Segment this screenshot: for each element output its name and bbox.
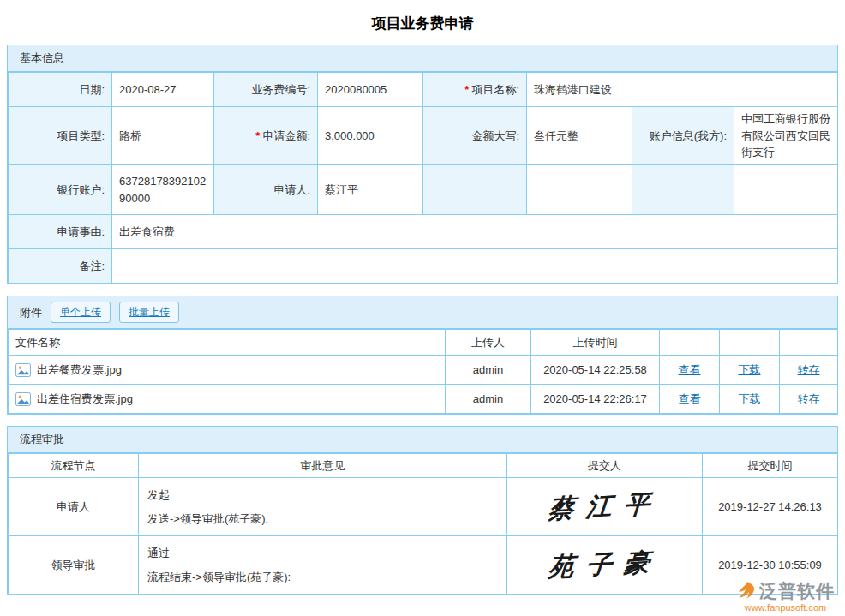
transfer-link[interactable]: 转存: [798, 392, 820, 405]
image-file-icon: [15, 363, 31, 377]
view-link[interactable]: 查看: [679, 363, 701, 376]
attachment-filename: 出差住宿费发票.jpg: [37, 392, 133, 407]
basic-info-section: 基本信息 日期: 2020-08-27 业务费编号: 2020080005 *项…: [7, 45, 838, 284]
amount-caps-label: 金额大写:: [423, 107, 527, 165]
approval-opinion: 发起 发送->领导审批(苑子豪):: [139, 478, 507, 536]
approval-node: 申请人: [9, 478, 139, 536]
transfer-link[interactable]: 转存: [798, 363, 820, 376]
col-header-opinion: 审批意见: [139, 454, 507, 478]
basic-info-table: 日期: 2020-08-27 业务费编号: 2020080005 *项目名称: …: [8, 72, 838, 284]
download-link[interactable]: 下载: [739, 392, 761, 405]
col-header-upload-time: 上传时间: [531, 330, 660, 356]
basic-info-title: 基本信息: [20, 51, 64, 66]
col-header-filename: 文件名称: [9, 330, 446, 356]
project-name-label: *项目名称:: [423, 73, 527, 107]
bank-account-value: 6372817839210290000: [112, 165, 214, 215]
approval-table: 流程节点 审批意见 提交人 提交时间 申请人 发起 发送->领导审批(苑子豪):…: [8, 453, 838, 595]
download-link[interactable]: 下载: [739, 363, 761, 376]
account-info-value: 中国工商银行股份有限公司西安回民街支行: [734, 107, 838, 165]
remark-label: 备注:: [9, 249, 112, 284]
signature-image: 蔡江平: [547, 486, 662, 527]
batch-upload-button[interactable]: 批量上传: [119, 302, 179, 323]
required-mark: *: [464, 83, 469, 96]
attachments-title: 附件: [20, 305, 42, 320]
applicant-value: 蔡江平: [318, 165, 423, 215]
project-name-value: 珠海鹤港口建设: [527, 73, 838, 107]
single-upload-button[interactable]: 单个上传: [51, 302, 111, 323]
fee-no-label: 业务费编号:: [214, 73, 318, 107]
col-header-submitter: 提交人: [507, 454, 703, 478]
approval-opinion: 通过 流程结束->领导审批(苑子豪):: [139, 536, 507, 595]
attachment-uploader: admin: [446, 356, 531, 385]
required-mark: *: [255, 129, 260, 142]
approval-submit-time: 2019-12-27 14:26:13: [703, 478, 838, 536]
empty-value-cell: [734, 165, 838, 215]
approval-row: 领导审批 通过 流程结束->领导审批(苑子豪): 苑子豪 2019-12-30 …: [9, 536, 838, 595]
attachment-row: 出差餐费发票.jpg admin 2020-05-14 22:25:58 查看 …: [9, 356, 838, 385]
project-type-value: 路桥: [112, 107, 214, 165]
attachment-upload-time: 2020-05-14 22:25:58: [531, 356, 660, 385]
empty-label-cell: [632, 165, 734, 215]
attachment-filename: 出差餐费发票.jpg: [37, 362, 122, 378]
date-value: 2020-08-27: [112, 73, 214, 107]
apply-amount-label: *申请金额:: [214, 107, 318, 165]
attachments-section: 附件 单个上传 批量上传 文件名称 上传人 上传时间 出差餐费发票.jpg ad…: [7, 296, 838, 415]
approval-title: 流程审批: [20, 432, 64, 447]
image-file-icon: [15, 392, 31, 406]
apply-amount-value: 3,000.000: [318, 107, 423, 165]
approval-row: 申请人 发起 发送->领导审批(苑子豪): 蔡江平 2019-12-27 14:…: [9, 478, 838, 536]
fanpu-logo-icon: [736, 581, 757, 601]
project-type-label: 项目类型:: [9, 107, 112, 165]
empty-value-cell: [527, 165, 632, 215]
col-header-submit-time: 提交时间: [703, 454, 838, 478]
signature-image: 苑子豪: [547, 544, 662, 585]
date-label: 日期:: [9, 73, 112, 107]
attachments-table: 文件名称 上传人 上传时间 出差餐费发票.jpg admin 2020-05-1…: [8, 329, 838, 414]
watermark-brand: 泛普软件: [759, 579, 835, 603]
view-link[interactable]: 查看: [679, 392, 701, 405]
col-header-action: [660, 330, 720, 356]
reason-value: 出差食宿费: [112, 215, 838, 249]
watermark-url: www.fanpusoft.com: [736, 602, 835, 613]
remark-value: [112, 249, 838, 284]
amount-caps-value: 叁仟元整: [527, 107, 632, 165]
approval-node: 领导审批: [9, 536, 139, 595]
col-header-uploader: 上传人: [446, 330, 531, 356]
attachment-row: 出差住宿费发票.jpg admin 2020-05-14 22:26:17 查看…: [9, 385, 838, 414]
bank-account-label: 银行账户:: [9, 165, 112, 215]
account-info-label: 账户信息(我方):: [632, 107, 734, 165]
applicant-label: 申请人:: [214, 165, 318, 215]
attachment-upload-time: 2020-05-14 22:26:17: [531, 385, 660, 414]
approval-section: 流程审批 流程节点 审批意见 提交人 提交时间 申请人 发起 发送->领导审批(…: [7, 426, 838, 595]
fee-no-value: 2020080005: [318, 73, 423, 107]
empty-label-cell: [423, 165, 527, 215]
page-title: 项目业务费申请: [0, 0, 845, 45]
attachment-uploader: admin: [446, 385, 531, 414]
col-header-action: [780, 330, 838, 356]
col-header-node: 流程节点: [9, 454, 139, 478]
reason-label: 申请事由:: [9, 215, 112, 249]
col-header-action: [720, 330, 780, 356]
fanpu-watermark: 泛普软件 www.fanpusoft.com: [736, 579, 835, 613]
